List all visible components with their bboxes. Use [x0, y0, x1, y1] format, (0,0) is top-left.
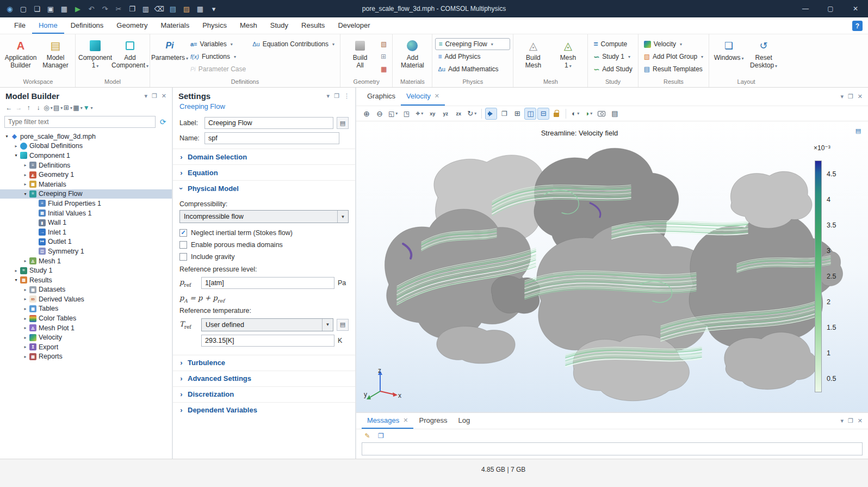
- panel-more-icon[interactable]: ⋮: [344, 93, 350, 100]
- yz-view-button[interactable]: yz: [439, 108, 451, 120]
- section-dependent-variables[interactable]: › Dependent Variables: [173, 402, 355, 418]
- tree-node-export[interactable]: ▸↥Export: [0, 342, 172, 352]
- menu-tab-study[interactable]: Study: [264, 17, 295, 34]
- filter-button[interactable]: ▼▾: [83, 102, 93, 113]
- tree-node-tables[interactable]: ▸▦Tables: [0, 304, 172, 314]
- clear-messages-button[interactable]: ✎: [363, 430, 372, 441]
- messages-tab-log[interactable]: Log: [453, 413, 476, 429]
- tree-node-wall-1[interactable]: ▮Wall 1: [0, 218, 172, 227]
- temperature-input[interactable]: [201, 335, 334, 347]
- menu-tab-geometry[interactable]: Geometry: [110, 17, 154, 34]
- messages-text-area[interactable]: [362, 442, 863, 455]
- ribbon-button-mesh-1[interactable]: ◬Mesh1▾: [551, 35, 585, 70]
- tree-node-study-1[interactable]: ▸≈Study 1: [0, 266, 172, 275]
- new-file[interactable]: ▢: [17, 2, 30, 15]
- rotate-view-button[interactable]: ↻▾: [466, 108, 478, 120]
- tree-node-outlet-1[interactable]: ↦Outlet 1: [0, 237, 172, 247]
- cut[interactable]: ✂: [112, 2, 125, 15]
- tree-node-fluid-properties-1[interactable]: ≡Fluid Properties 1: [0, 199, 172, 208]
- menu-tab-file[interactable]: File: [8, 17, 32, 34]
- ribbon-item-compute[interactable]: =Compute: [591, 38, 635, 50]
- checkbox-icon[interactable]: [179, 229, 187, 237]
- checkbox-icon[interactable]: [179, 241, 187, 249]
- ribbon-button-reset-desktop[interactable]: ↺ResetDesktop▾: [747, 35, 780, 70]
- redo[interactable]: ↷: [98, 2, 111, 15]
- move-down-button[interactable]: ↓: [34, 102, 43, 113]
- reference-pressure-input[interactable]: [201, 277, 334, 289]
- table-copy[interactable]: ▤: [166, 2, 179, 15]
- collapse-icon[interactable]: ▾: [22, 192, 29, 196]
- maximize-button[interactable]: ▢: [818, 0, 843, 17]
- table-pane-button[interactable]: ⊞: [511, 108, 523, 120]
- expand-icon[interactable]: ▸: [22, 335, 29, 340]
- menu-tab-developer[interactable]: Developer: [331, 17, 376, 34]
- panel-float-icon[interactable]: ❐: [848, 417, 853, 424]
- tree-node-geometry-1[interactable]: ▸◭Geometry 1: [0, 170, 172, 180]
- run[interactable]: ▶: [71, 2, 84, 15]
- tree-node-initial-values-1[interactable]: ▤Initial Values 1: [0, 208, 172, 218]
- more[interactable]: ▾: [207, 2, 220, 15]
- copy[interactable]: ❐: [126, 2, 139, 15]
- node-text-button[interactable]: ▤▾: [53, 102, 63, 113]
- tree-table-button[interactable]: ▦▾: [73, 102, 82, 113]
- section-domain-selection[interactable]: › Domain Selection: [173, 149, 355, 164]
- ribbon-item-result-templates[interactable]: ▤Result Templates: [641, 63, 706, 75]
- section-turbulence[interactable]: › Turbulence: [173, 355, 355, 371]
- menu-tab-materials[interactable]: Materials: [154, 17, 196, 34]
- collapse-icon[interactable]: ▾: [13, 153, 20, 158]
- expand-icon[interactable]: ▸: [22, 287, 29, 292]
- tree-node-datasets[interactable]: ▸▦Datasets: [0, 285, 172, 295]
- expand-icon[interactable]: ▸: [22, 325, 29, 330]
- expand-icon[interactable]: ▸: [22, 297, 29, 301]
- tree-node-pore_scale_flow_3d.mph[interactable]: ▾◆pore_scale_flow_3d.mph: [0, 132, 172, 141]
- ribbon-item-functions[interactable]: f(x)Functions▾: [188, 51, 249, 63]
- ribbon-item-geom-livelink[interactable]: ⊞: [378, 51, 389, 63]
- speaker-button[interactable]: [485, 108, 497, 120]
- section-discretization[interactable]: › Discretization: [173, 386, 355, 402]
- ribbon-item-variables[interactable]: a=Variables▾: [188, 38, 249, 50]
- print-button[interactable]: ▤: [609, 108, 621, 120]
- environment-button[interactable]: ◐▾: [569, 108, 581, 120]
- tree-node-materials[interactable]: ▸▦Materials: [0, 180, 172, 189]
- ribbon-item-creeping-flow[interactable]: ≡Creeping Flow▾: [435, 38, 510, 50]
- panel-menu-icon[interactable]: ▾: [327, 93, 330, 100]
- zoom-out-button[interactable]: ⊖: [374, 108, 386, 120]
- color-theme-button[interactable]: ◑▾: [582, 108, 594, 120]
- tree-node-mesh-plot-1[interactable]: ▸◬Mesh Plot 1: [0, 323, 172, 333]
- snapshot-button[interactable]: [596, 108, 607, 120]
- menu-tab-definitions[interactable]: Definitions: [64, 17, 110, 34]
- expand-icon[interactable]: ▸: [22, 354, 29, 359]
- ribbon-item-velocity[interactable]: Velocity▾: [641, 38, 706, 50]
- expand-icon[interactable]: ▸: [13, 144, 20, 149]
- menu-tab-home[interactable]: Home: [32, 17, 64, 34]
- filter-input[interactable]: [4, 116, 156, 128]
- graphics-tab-graphics[interactable]: Graphics: [362, 88, 401, 106]
- collapse-icon[interactable]: ▾: [3, 134, 10, 139]
- tree-node-component-1[interactable]: ▾Component 1: [0, 151, 172, 161]
- ribbon-button-component-1[interactable]: Component1▾: [78, 35, 112, 70]
- move-up-button[interactable]: ↑: [24, 102, 33, 113]
- paste[interactable]: ▥: [139, 2, 152, 15]
- ribbon-item-geom-delete[interactable]: ▦: [378, 63, 389, 75]
- show-options-button[interactable]: ◎▾: [44, 102, 53, 113]
- expand-icon[interactable]: ▸: [22, 344, 29, 349]
- close-button[interactable]: ✕: [843, 0, 868, 17]
- expand-icon[interactable]: ▸: [22, 316, 29, 321]
- edit-field-button[interactable]: ▤: [337, 319, 349, 331]
- reference-temperature-select[interactable]: User defined ▼: [201, 318, 333, 331]
- zoom-select-button[interactable]: ◱▾: [387, 108, 399, 120]
- tree-node-symmetry-1[interactable]: ◫Symmetry 1: [0, 246, 172, 256]
- delete[interactable]: ⌫: [153, 2, 166, 15]
- expand-icon[interactable]: ▸: [22, 258, 29, 263]
- comsol-logo[interactable]: ◉: [3, 2, 16, 15]
- rename-button[interactable]: ▤: [337, 117, 349, 129]
- copy-text-button[interactable]: ❐: [376, 430, 386, 441]
- collapse-icon[interactable]: ▾: [13, 278, 20, 282]
- ribbon-button-build-mesh[interactable]: ◬BuildMesh: [516, 35, 550, 70]
- expand-icon[interactable]: ▸: [22, 163, 29, 168]
- name-input[interactable]: [204, 132, 339, 144]
- xy-view-button[interactable]: xy: [426, 108, 438, 120]
- panel-close-icon[interactable]: ✕: [858, 93, 863, 100]
- panel-menu-icon[interactable]: ▾: [840, 417, 844, 424]
- messages-tab-messages[interactable]: Messages✕: [362, 413, 413, 429]
